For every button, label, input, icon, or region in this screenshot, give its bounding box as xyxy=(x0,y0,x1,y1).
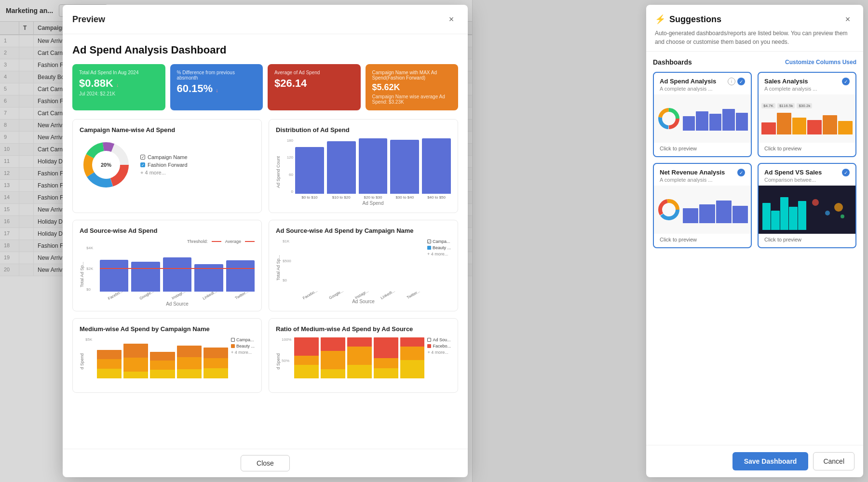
card-preview-ad-spend xyxy=(654,94,751,143)
suggestions-icon: ⚡ xyxy=(655,14,665,25)
chart1-title: Campaign Name-wise Ad Spend xyxy=(80,126,255,134)
dashboard-card-sales[interactable]: Sales Analysis A complete analysis ... ✓… xyxy=(758,72,856,157)
suggestions-description: Auto-generated dashboards/reports are li… xyxy=(655,29,854,46)
chart2-title: Distribution of Ad Spend xyxy=(276,126,451,134)
kpi-row: Total Ad Spend In Aug 2024 $0.88K ↓ Jul … xyxy=(72,64,458,110)
suggestions-title: ⚡ Suggestions xyxy=(655,14,721,25)
x-axis-label-dist: Ad Spend xyxy=(295,201,451,206)
check-icon-sales: ✓ xyxy=(842,78,850,85)
card-desc-ad-spend: A complete analysis ... xyxy=(660,86,716,92)
card-click-sales: Click to preview xyxy=(759,143,855,156)
suggestions-header: ⚡ Suggestions × Auto-generated dashboard… xyxy=(646,5,863,52)
ad-source-campaign-chart: Ad Source-wise Ad Spend by Campaign Name… xyxy=(269,220,458,311)
chart6-title: Ratio of Medium-wise Ad Spend by Ad Sour… xyxy=(276,325,451,333)
check-icon-ad-vs-sales: ✓ xyxy=(842,169,850,176)
modal-body: Ad Spend Analysis Dashboard Total Ad Spe… xyxy=(63,34,468,449)
suggestions-body: Dashboards Customize Columns Used Ad Spe… xyxy=(646,52,863,445)
check-icon-net-revenue: ✓ xyxy=(737,169,745,176)
bar-20to30 xyxy=(359,138,388,194)
kpi-pct-diff: % Difference from previous absmonth 60.1… xyxy=(170,64,263,110)
bar-40to50 xyxy=(422,138,451,194)
card-click-net-revenue: Click to preview xyxy=(654,234,751,247)
modal-footer: Close xyxy=(63,449,468,477)
card-preview-sales: $4.7K $116.5k $30.2k xyxy=(759,94,855,143)
dashboard-title: Ad Spend Analysis Dashboard xyxy=(72,44,458,56)
dashboard-card-net-revenue[interactable]: Net Revenue Analysis A complete analysis… xyxy=(653,163,752,248)
bar-30to40 xyxy=(390,140,419,194)
bar-0to10 xyxy=(295,147,324,194)
save-dashboard-button[interactable]: Save Dashboard xyxy=(732,452,809,470)
src-bar-instagram xyxy=(163,257,191,292)
check-icon-ad-spend: ✓ xyxy=(737,78,745,85)
ad-source-bar-chart: Ad Source-wise Ad Spend Threshold: Avera… xyxy=(72,220,262,311)
card-desc-sales: A complete analysis ... xyxy=(764,86,817,92)
chart3-title: Ad Source-wise Ad Spend xyxy=(80,227,255,234)
preview-modal: Preview × Ad Spend Analysis Dashboard To… xyxy=(63,5,468,477)
suggestions-panel: ⚡ Suggestions × Auto-generated dashboard… xyxy=(646,5,863,477)
card-desc-ad-vs-sales: Comparison betwee... xyxy=(764,177,822,183)
y-axis-label-ratio: d Spend xyxy=(276,353,281,370)
charts-row-3: Medium-wise Ad Spend by Campaign Name d … xyxy=(72,318,458,393)
campaign-donut-chart: Campaign Name-wise Ad Spend 20% xyxy=(72,119,262,213)
dashboard-card-ad-spend[interactable]: Ad Spend Analysis A complete analysis ..… xyxy=(653,72,752,157)
charts-row-2: Ad Source-wise Ad Spend Threshold: Avera… xyxy=(72,220,458,311)
kpi-total-ad-spend: Total Ad Spend In Aug 2024 $0.88K ↓ Jul … xyxy=(72,64,165,110)
dashboards-section-title: Dashboards xyxy=(653,58,692,66)
cancel-button[interactable]: Cancel xyxy=(813,452,854,470)
card-name-ad-vs-sales: Ad Spend VS Sales xyxy=(764,169,822,176)
modal-header: Preview × xyxy=(63,5,468,34)
dashboard-card-ad-vs-sales[interactable]: Ad Spend VS Sales Comparison betwee... ✓ xyxy=(758,163,856,248)
card-click-ad-vs-sales: Click to preview xyxy=(759,234,855,247)
kpi-avg-ad-spend: Average of Ad Spend $26.14 xyxy=(268,64,361,110)
card-desc-net-revenue: A complete analysis ... xyxy=(660,177,725,183)
chart5-title: Medium-wise Ad Spend by Campaign Name xyxy=(80,325,255,333)
modal-close-button[interactable]: × xyxy=(445,13,458,26)
info-icon-ad-spend[interactable]: i xyxy=(728,78,735,85)
y-axis-label-grouped: Total Ad Sp... xyxy=(276,255,281,281)
card-preview-net-revenue xyxy=(654,186,751,234)
modal-title: Preview xyxy=(72,14,105,25)
customize-columns-link[interactable]: Customize Columns Used xyxy=(785,59,856,66)
svg-text:20%: 20% xyxy=(101,162,111,168)
suggestions-close-button[interactable]: × xyxy=(841,13,854,26)
y-axis-label-source: Total Ad Sp... xyxy=(80,262,84,287)
close-preview-button[interactable]: Close xyxy=(241,455,290,471)
y-axis-label-dist: Ad Spend Count xyxy=(276,156,281,188)
card-click-ad-spend: Click to preview xyxy=(654,143,751,156)
kpi-max-campaign: Campaign Name with MAX Ad Spend(Fashion … xyxy=(366,64,459,110)
chart4-title: Ad Source-wise Ad Spend by Campaign Name xyxy=(276,227,451,234)
dashboard-cards-grid: Ad Spend Analysis A complete analysis ..… xyxy=(653,72,856,248)
card-name-sales: Sales Analysis xyxy=(764,78,817,85)
donut-svg: 20% xyxy=(80,138,133,191)
charts-row-1: Campaign Name-wise Ad Spend 20% xyxy=(72,119,458,213)
distribution-bar-chart: Distribution of Ad Spend Ad Spend Count … xyxy=(269,119,458,213)
bar-10to20 xyxy=(327,141,356,194)
card-name-ad-spend: Ad Spend Analysis xyxy=(660,78,716,85)
y-axis-label-medium: d Spend xyxy=(80,353,84,370)
card-name-net-revenue: Net Revenue Analysis xyxy=(660,169,725,176)
card-preview-ad-vs-sales xyxy=(759,186,855,234)
suggestions-footer: Save Dashboard Cancel xyxy=(646,445,863,477)
ratio-medium-chart: Ratio of Medium-wise Ad Spend by Ad Sour… xyxy=(269,318,458,393)
medium-campaign-chart: Medium-wise Ad Spend by Campaign Name d … xyxy=(72,318,262,393)
